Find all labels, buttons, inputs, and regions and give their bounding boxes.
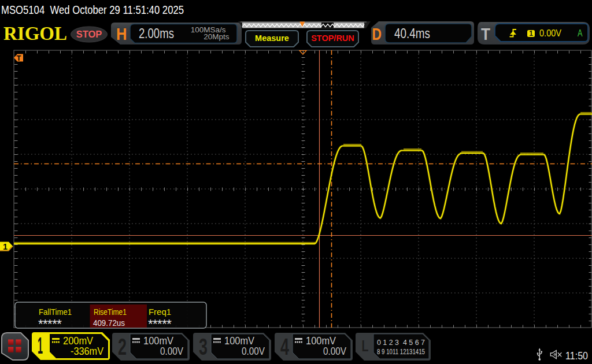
svg-text:2.00ms: 2.00ms — [139, 26, 174, 41]
svg-text:T: T — [17, 54, 21, 62]
svg-text:*****: ***** — [148, 317, 172, 330]
svg-text:Measure: Measure — [255, 34, 289, 43]
svg-text:20Mpts: 20Mpts — [204, 32, 230, 41]
svg-text:RiseTime1: RiseTime1 — [94, 307, 127, 317]
svg-text:-336mV: -336mV — [71, 346, 103, 357]
svg-text:STOP/RUN: STOP/RUN — [311, 34, 354, 43]
svg-text:1: 1 — [3, 242, 8, 251]
svg-text:1: 1 — [529, 29, 533, 38]
svg-text:FallTime1: FallTime1 — [39, 307, 72, 317]
svg-text:STOP: STOP — [76, 29, 102, 39]
svg-text:H: H — [116, 25, 127, 43]
svg-text:0.00V: 0.00V — [323, 346, 346, 357]
svg-text:0 1 2 3 4 5 6 7: 0 1 2 3 4 5 6 7 — [377, 339, 425, 347]
svg-text:MSO5104 Wed October 29 11:51:: MSO5104 Wed October 29 11:51:40 2025 — [1, 3, 184, 16]
svg-text:8 9 1011 12131415: 8 9 1011 12131415 — [377, 348, 425, 356]
svg-text:*****: ***** — [38, 317, 62, 330]
svg-text:RIGOL: RIGOL — [3, 23, 67, 44]
svg-text:11:50: 11:50 — [565, 350, 588, 362]
svg-text:4: 4 — [280, 334, 290, 359]
svg-text:0.00V: 0.00V — [242, 346, 265, 357]
svg-text:D: D — [372, 25, 382, 43]
svg-text:0.00V: 0.00V — [539, 28, 561, 38]
svg-text:L: L — [362, 337, 369, 355]
svg-text:0.00V: 0.00V — [160, 346, 183, 357]
svg-text:40.4ms: 40.4ms — [394, 26, 430, 41]
svg-text:1: 1 — [38, 333, 43, 358]
svg-text:T: T — [481, 25, 490, 43]
svg-text:2: 2 — [118, 334, 127, 359]
svg-text:409.72us: 409.72us — [93, 318, 125, 328]
svg-text:3: 3 — [199, 334, 208, 359]
svg-text:A: A — [578, 28, 583, 38]
svg-text:Freq1: Freq1 — [149, 307, 171, 317]
